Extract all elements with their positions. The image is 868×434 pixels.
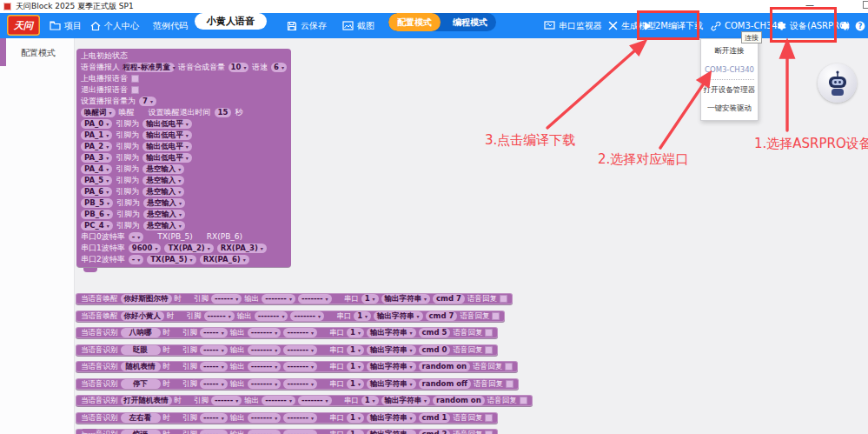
dropdown-field[interactable]: PA_1▾: [81, 130, 112, 140]
dropdown-field[interactable]: ------▾: [211, 294, 242, 304]
cloud-save-button[interactable]: 云保存: [287, 13, 327, 38]
config-row[interactable]: 退出播报语音: [76, 84, 291, 96]
value-field[interactable]: cmd 1: [419, 413, 451, 423]
dropdown-field[interactable]: -------▾: [248, 328, 282, 337]
menu-item-install-driver[interactable]: 一键安装驱动: [701, 99, 758, 117]
serial-monitor-button[interactable]: 串口监视器: [544, 13, 602, 38]
phrase-field[interactable]: 眨眼: [121, 345, 161, 355]
dropdown-field[interactable]: -------▾: [248, 362, 282, 371]
dropdown-field[interactable]: -----▾: [200, 362, 228, 371]
dropdown-field[interactable]: -----▾: [200, 379, 228, 389]
dropdown-field[interactable]: 悬空输入▾: [143, 210, 185, 219]
app-logo[interactable]: 天问: [7, 15, 40, 36]
voice-command-row[interactable]: 当语音识别停下时引脚-----▾输出-------▾-------▾串口1▾输出…: [76, 378, 519, 390]
dropdown-field[interactable]: 输出低电平▾: [142, 130, 192, 140]
config-row[interactable]: PB_5▾引脚为悬空输入▾: [76, 197, 291, 209]
config-row[interactable]: PA_3▾引脚为输出低电平▾: [76, 152, 291, 164]
dropdown-field[interactable]: PB_5▾: [81, 198, 113, 208]
dropdown-field[interactable]: PA_4▾: [81, 164, 112, 174]
dropdown-field[interactable]: 1▾: [347, 328, 364, 337]
dropdown-field[interactable]: -----▾: [200, 413, 228, 423]
dropdown-field[interactable]: 1▾: [347, 362, 364, 371]
dropdown-field[interactable]: -------▾: [248, 345, 282, 355]
dropdown-field[interactable]: RX(PA_6)▾: [200, 255, 249, 264]
checkbox[interactable]: [485, 346, 493, 354]
dropdown-field[interactable]: -----▾: [200, 328, 228, 337]
config-row[interactable]: 上电播报语音: [76, 73, 291, 84]
checkbox[interactable]: [520, 397, 527, 404]
dropdown-field[interactable]: 悬空输入▾: [142, 164, 184, 174]
config-row[interactable]: PA_2▾引脚为输出低电平▾: [76, 141, 291, 152]
menu-item-disconnect[interactable]: 断开连接: [701, 42, 758, 60]
checkbox[interactable]: [506, 380, 514, 388]
dropdown-field[interactable]: 程程-标准男童▾: [123, 63, 175, 72]
checkbox[interactable]: [131, 75, 139, 83]
dropdown-field[interactable]: -------▾: [283, 328, 317, 337]
voice-command-row[interactable]: 当语音识别眨眼时引脚-----▾输出-------▾-------▾串口1▾输出…: [76, 344, 498, 356]
dropdown-field[interactable]: -------▾: [298, 396, 332, 405]
dropdown-field[interactable]: PA_6▾: [81, 187, 112, 197]
voice-command-row[interactable]: 当语音识别八呐哪时引脚-----▾输出-------▾-------▾串口1▾输…: [76, 327, 498, 338]
dropdown-field[interactable]: ------▾: [211, 396, 242, 405]
maximize-button[interactable]: [863, 1, 868, 9]
dropdown-field[interactable]: 输出字符串▾: [367, 362, 416, 371]
config-row[interactable]: PA_5▾引脚为悬空输入▾: [76, 175, 291, 186]
checkbox[interactable]: [505, 363, 513, 371]
config-row[interactable]: 串口1波特率9600▾TX(PA_2)▾RX(PA_3)▾: [76, 243, 291, 254]
phrase-field[interactable]: 停下: [121, 379, 161, 389]
dropdown-field[interactable]: -----▾: [200, 430, 228, 434]
dropdown-field[interactable]: -------▾: [298, 294, 332, 304]
dropdown-field[interactable]: 输出字符串▾: [374, 311, 423, 321]
value-field[interactable]: random off: [419, 379, 471, 389]
dropdown-field[interactable]: -------▾: [290, 311, 324, 321]
dropdown-field[interactable]: 输出字符串▾: [381, 294, 431, 304]
dropdown-field[interactable]: RX(PA_3)▾: [217, 244, 267, 253]
voice-command-row[interactable]: 当语音识别左右看时引脚-----▾输出-------▾-------▾串口1▾输…: [76, 412, 498, 424]
dropdown-field[interactable]: 输出字符串▾: [367, 345, 416, 355]
config-row[interactable]: PC_4▾引脚为悬空输入▾: [76, 220, 291, 231]
dropdown-field[interactable]: 10▾: [229, 63, 248, 72]
dropdown-field[interactable]: 输出字符串▾: [367, 430, 416, 434]
dropdown-field[interactable]: PA_5▾: [81, 176, 112, 185]
dropdown-field[interactable]: -------▾: [283, 362, 317, 371]
phrase-field[interactable]: 左右看: [121, 413, 161, 423]
config-row[interactable]: PA_0▾引脚为输出低电平▾: [76, 118, 291, 130]
phrase-field[interactable]: 你好小黄人: [121, 311, 165, 321]
dropdown-field[interactable]: ------▾: [204, 311, 235, 321]
dropdown-field[interactable]: 输出低电平▾: [142, 142, 192, 151]
example-name-pill[interactable]: 小黄人语音: [195, 13, 267, 30]
dropdown-field[interactable]: 9600▾: [129, 244, 162, 253]
config-row[interactable]: 上电初始状态: [76, 50, 291, 62]
dropdown-field[interactable]: 1▾: [354, 311, 371, 321]
config-row[interactable]: 语音播报人程程-标准男童▾语音合成音量10▾语速6▾: [76, 62, 291, 73]
dropdown-field[interactable]: 输出字符串▾: [367, 379, 416, 389]
checkbox[interactable]: [131, 86, 139, 94]
dropdown-field[interactable]: 输出字符串▾: [367, 328, 416, 337]
program-mode-button[interactable]: 编程模式: [444, 17, 496, 29]
dropdown-field[interactable]: 唤醒词▾: [81, 108, 116, 117]
dropdown-field[interactable]: -------▾: [283, 345, 317, 355]
phrase-field[interactable]: 惊讶: [121, 430, 161, 434]
menu-item-device-manager[interactable]: 打开设备管理器: [701, 81, 758, 99]
voice-command-row[interactable]: 当语音唤醒你好斯图尔特时引脚------▾输出-------▾-------▾串…: [76, 293, 513, 304]
checkbox[interactable]: [485, 431, 493, 434]
dropdown-field[interactable]: 1▾: [347, 345, 364, 355]
personal-center-button[interactable]: 个人中心: [90, 13, 139, 38]
phrase-field[interactable]: 打开随机表情: [121, 396, 172, 405]
dropdown-field[interactable]: 输出字符串▾: [367, 413, 416, 423]
dropdown-field[interactable]: 1▾: [361, 396, 379, 405]
dropdown-field[interactable]: TX(PA_5)▾: [147, 255, 195, 264]
dropdown-field[interactable]: -----▾: [200, 345, 228, 355]
phrase-field[interactable]: 你好斯图尔特: [121, 294, 172, 304]
dropdown-field[interactable]: -------▾: [283, 379, 317, 389]
config-row[interactable]: 唤醒词▾唤醒设置唤醒退出时间15秒: [76, 107, 291, 118]
dropdown-field[interactable]: -▾: [129, 255, 144, 264]
config-row[interactable]: PB_6▾引脚为悬空输入▾: [76, 209, 291, 220]
dropdown-field[interactable]: 1▾: [347, 413, 364, 423]
value-field[interactable]: cmd 2: [419, 430, 451, 434]
dropdown-field[interactable]: -------▾: [283, 413, 317, 423]
dropdown-field[interactable]: -------▾: [262, 396, 295, 405]
dropdown-field[interactable]: 1▾: [347, 379, 364, 389]
value-field[interactable]: cmd 0: [419, 345, 451, 355]
value-field[interactable]: 15: [215, 108, 232, 117]
